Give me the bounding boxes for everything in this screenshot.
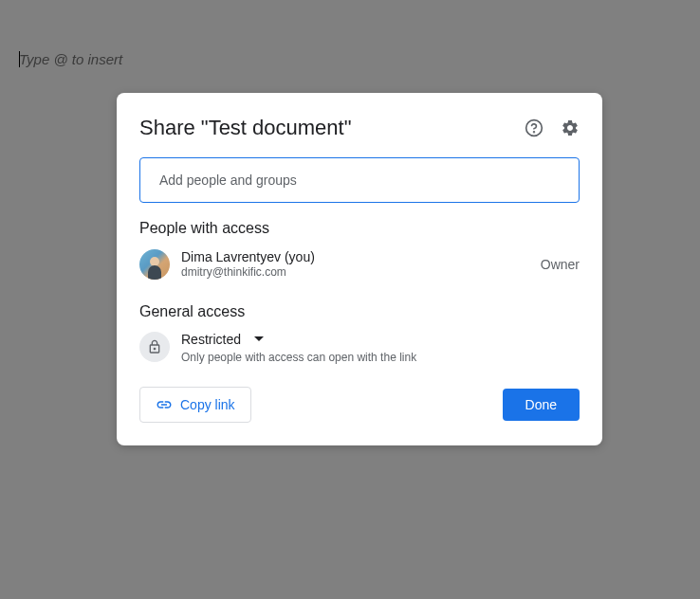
chevron-down-icon [254,336,264,341]
person-info: Dima Lavrentyev (you) dmitry@thinkific.c… [181,248,541,281]
header-icons [525,118,580,137]
document-placeholder[interactable]: Type @ to insert [19,51,122,67]
done-button[interactable]: Done [503,389,580,421]
person-email: dmitry@thinkific.com [181,265,541,281]
svg-point-1 [534,132,535,133]
avatar [139,249,170,280]
access-description: Only people with access can open with th… [181,351,580,364]
settings-icon[interactable] [561,118,580,137]
person-role: Owner [541,257,580,272]
add-people-input[interactable] [159,172,560,188]
modal-header: Share "Test document" [139,116,580,140]
lock-icon [139,332,170,362]
person-name: Dima Lavrentyev (you) [181,248,541,265]
add-people-input-wrapper[interactable] [139,157,580,203]
general-access-title: General access [139,303,580,320]
copy-link-button[interactable]: Copy link [139,387,251,423]
access-info: Restricted Only people with access can o… [181,332,580,364]
link-icon [156,396,173,413]
share-modal: Share "Test document" People with access… [117,93,602,445]
modal-title: Share "Test document" [139,116,352,140]
person-row: Dima Lavrentyev (you) dmitry@thinkific.c… [139,248,580,281]
access-level-label: Restricted [181,332,241,347]
people-with-access-title: People with access [139,220,580,237]
modal-footer: Copy link Done [139,387,580,423]
general-access-row: Restricted Only people with access can o… [139,332,580,364]
copy-link-label: Copy link [180,397,235,412]
access-level-dropdown[interactable]: Restricted [181,332,580,347]
help-icon[interactable] [525,118,543,137]
